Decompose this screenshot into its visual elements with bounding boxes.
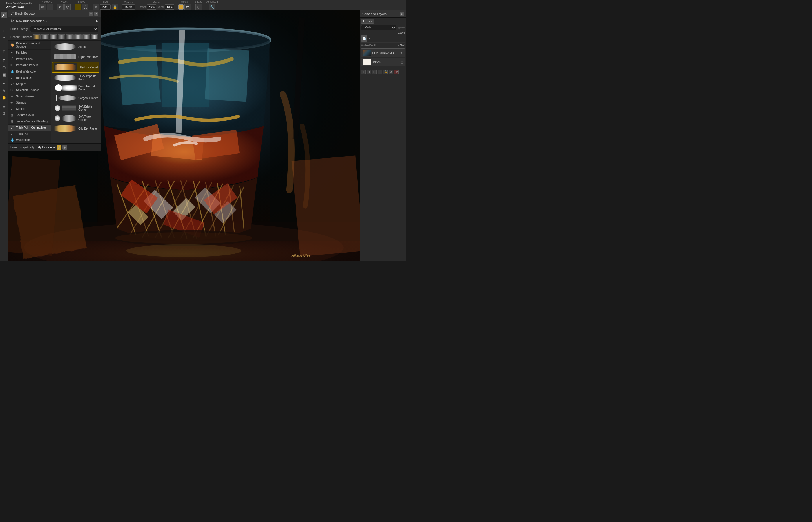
compat-icon-2: ◈: [62, 145, 67, 149]
category-palette-knives[interactable]: 🎨 Palette Knives and Sponge: [8, 41, 51, 49]
category-selection[interactable]: ⬡ Selection Brushes: [8, 87, 51, 93]
brush-preview-oily: [54, 63, 77, 71]
recent-thumb-1[interactable]: [33, 34, 41, 39]
recent-thumb-3[interactable]: [49, 34, 57, 39]
tool-shape[interactable]: ⬡: [1, 64, 7, 71]
brush-item-impasto[interactable]: Thick Impasto Knife: [52, 73, 100, 83]
sidebar-divider-3: [1, 79, 7, 79]
stroke-erase-btn[interactable]: ◯: [82, 4, 88, 10]
stroke-type-btn[interactable]: ⊡: [75, 4, 81, 10]
layer-item-1[interactable]: Thick Paint Layer 1 👁: [361, 48, 405, 57]
category-thick-compat[interactable]: 🖌 Thick Paint Compatible: [8, 125, 51, 131]
category-real-watercolor[interactable]: 💧 Real Watercolor: [8, 68, 51, 75]
category-sumi-e[interactable]: 🖌 Sumi-e: [8, 106, 51, 112]
tool-magnify[interactable]: ⊕: [1, 87, 7, 94]
photo-art-label: Photo Art: [41, 0, 52, 3]
blend-mode-select[interactable]: Default: [361, 25, 396, 30]
tool-eyedropper[interactable]: ✦: [1, 80, 7, 87]
tool-eraser[interactable]: ◻: [1, 19, 7, 25]
depth-row: Visible Depth: 479%: [361, 44, 405, 47]
recent-thumb-8[interactable]: [91, 34, 98, 39]
size-input[interactable]: 50.0: [100, 4, 111, 9]
stroke-soft-thick: [62, 115, 76, 121]
brush-item-light-tex[interactable]: Light Texturizer: [52, 52, 100, 62]
compat-icons: 🖌 ◈: [57, 145, 67, 149]
recent-thumb-6[interactable]: [74, 34, 82, 39]
group-layer-btn[interactable]: ⊞: [367, 69, 371, 74]
size-lock-btn[interactable]: 🔒: [111, 4, 118, 10]
right-panel-controls: ≡: [400, 12, 404, 16]
grain-bleed-input[interactable]: 10%: [165, 4, 174, 9]
foreground-color[interactable]: [178, 4, 184, 9]
tool-hand[interactable]: ✋: [1, 94, 7, 101]
tool-color-picker[interactable]: ◈: [1, 103, 7, 109]
layer-thumb-1: [363, 49, 371, 56]
tool-crop[interactable]: ⊡: [1, 41, 7, 48]
brush-item-sargent-cloner[interactable]: Sargent Cloner: [52, 93, 100, 103]
library-select[interactable]: Painter 2021 Brushes: [30, 26, 98, 32]
brush-preview-soft-thick: [53, 114, 77, 122]
lock-alpha-btn[interactable]: ⊿: [389, 69, 393, 74]
tool-layers[interactable]: ⧉: [1, 110, 7, 117]
category-thick-paint[interactable]: 🖌 Thick Paint: [8, 131, 51, 137]
stroke-sargent: [58, 95, 77, 101]
category-particles[interactable]: ✦ Particles: [8, 49, 51, 56]
brush-item-round-knife[interactable]: Basic Round Knife: [52, 83, 100, 93]
depth-value: 479%: [398, 44, 405, 47]
size-label: Size: [103, 0, 108, 3]
category-smart[interactable]: 〰 Smart Strokes: [8, 93, 51, 99]
brush-item-soft-thick[interactable]: Soft Thick Cloner: [52, 114, 100, 123]
reset-btn1[interactable]: ↺: [57, 4, 63, 10]
duplicate-layer-btn[interactable]: ⊡: [372, 69, 377, 74]
opacity-value: 100%: [398, 31, 405, 34]
photo-art-btn1[interactable]: ⊕: [39, 4, 46, 10]
category-pattern-pens[interactable]: 🖊 Pattern Pens: [8, 56, 51, 62]
tool-select[interactable]: ⊹: [1, 27, 7, 34]
category-texture-cover[interactable]: ▦ Texture Cover: [8, 112, 51, 118]
tool-brush[interactable]: 🖌: [1, 12, 7, 18]
layer-item-canvas[interactable]: Canvas ◻: [361, 58, 405, 66]
recent-thumb-2[interactable]: [41, 34, 49, 39]
tool-transform[interactable]: ⊞: [1, 48, 7, 55]
tool-fill[interactable]: ▣: [1, 71, 7, 78]
merge-layer-btn[interactable]: ↓: [378, 69, 382, 74]
recent-thumb-7[interactable]: [82, 34, 90, 39]
reset-btn2[interactable]: ◎: [64, 4, 71, 10]
category-watercolor[interactable]: 💧 Watercolor: [8, 137, 51, 143]
category-real-wet-oil[interactable]: 🖌 Real Wet Oil: [8, 75, 51, 81]
layer-visibility-canvas[interactable]: ◻: [401, 60, 403, 64]
category-texture-source[interactable]: ▦ Texture Source Blending: [8, 118, 51, 125]
tool-lasso[interactable]: ⌖: [1, 35, 7, 41]
opacity-input[interactable]: 100%: [122, 4, 135, 9]
layer-visibility-1[interactable]: 👁: [400, 51, 403, 55]
brush-name-scribe: Scribe: [78, 45, 86, 48]
brush-panel-icon: 🖌: [11, 12, 14, 15]
lock-layer-btn[interactable]: 🔒: [383, 69, 388, 74]
brush-item-oily[interactable]: Oily Dry Pastel: [52, 62, 100, 73]
new-layer-btn[interactable]: +: [361, 69, 366, 74]
layers-tab[interactable]: Layers: [361, 19, 374, 24]
panel-close-btn[interactable]: ×: [94, 12, 98, 16]
recent-thumb-4[interactable]: [58, 34, 65, 39]
brush-name-light-tex: Light Texturizer: [78, 55, 98, 59]
right-panel-menu-btn[interactable]: ≡: [400, 12, 404, 16]
category-sargent[interactable]: 🖌 Sargent: [8, 81, 51, 87]
grain-input[interactable]: 30%: [147, 4, 156, 9]
library-row: Brush Library: Painter 2021 Brushes: [8, 25, 101, 33]
category-stamps[interactable]: ◈ Stamps: [8, 99, 51, 106]
delete-layer-btn[interactable]: 🗑: [394, 69, 399, 74]
sidebar-divider-1: [1, 26, 7, 26]
category-pens-pencils[interactable]: ✏ Pens and Pencils: [8, 62, 51, 68]
brush-item-scribe[interactable]: Scribe: [52, 42, 100, 52]
tool-text[interactable]: T: [1, 57, 7, 64]
panel-menu-btn[interactable]: ≡: [89, 12, 93, 16]
media-swap-btn[interactable]: ⇄: [184, 4, 191, 10]
new-brushes-row[interactable]: ⚙ New brushes added... ▶: [8, 17, 101, 25]
shape-btn[interactable]: ◌: [196, 4, 202, 10]
brush-item-soft-bristle[interactable]: Soft Bristle Cloner: [52, 103, 100, 113]
svg-rect-14: [205, 48, 249, 102]
brush-item-oily-2[interactable]: Oily Dry Pastel: [52, 123, 100, 134]
recent-thumb-5[interactable]: [66, 34, 73, 39]
advanced-btn[interactable]: 🔧: [209, 4, 216, 10]
photo-art-btn2[interactable]: ⊞: [47, 4, 53, 10]
